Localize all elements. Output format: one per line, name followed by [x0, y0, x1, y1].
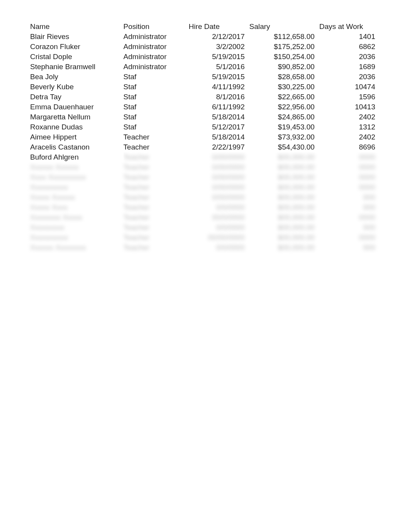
cell-name: Beverly Kube — [30, 82, 124, 92]
cell-salary: $19,453.00 — [249, 122, 319, 132]
cell-name: Xxxxxxxxx — [30, 223, 124, 233]
cell-name: Cristal Dople — [30, 52, 124, 62]
cell-position: Teacher — [124, 182, 189, 192]
cell-hiredate: 5/19/2015 — [189, 52, 249, 62]
cell-position: Teacher — [124, 162, 189, 172]
cell-position: Staf — [124, 92, 189, 102]
table-row: Beverly KubeStaf4/11/1992$30,225.0010474 — [30, 82, 380, 92]
cell-position: Teacher — [124, 233, 189, 243]
cell-position: Administrator — [124, 32, 189, 42]
cell-days: 1401 — [319, 32, 380, 42]
cell-salary: $00,000.00 — [249, 162, 319, 172]
cell-name: Aracelis Castanon — [30, 142, 124, 152]
cell-salary: $00,000.00 — [249, 172, 319, 182]
cell-position: Teacher — [124, 152, 189, 162]
cell-days: 1312 — [319, 122, 380, 132]
cell-salary: $00,000.00 — [249, 223, 319, 233]
cell-salary: $112,658.00 — [249, 32, 319, 42]
table-row: Aimee HippertTeacher5/18/2014$73,932.002… — [30, 132, 380, 142]
cell-hiredate: 5/19/2015 — [189, 72, 249, 82]
cell-name: Emma Dauenhauer — [30, 102, 124, 112]
cell-salary: $00,000.00 — [249, 202, 319, 212]
cell-days: 2036 — [319, 52, 380, 62]
cell-name: Blair Rieves — [30, 32, 124, 42]
table-row: Corazon FlukerAdministrator3/2/2002$175,… — [30, 42, 380, 52]
cell-hiredate: 0/00/0000 — [189, 162, 249, 172]
cell-position: Teacher — [124, 223, 189, 233]
table-row: Buford AhlgrenTeacher0/00/0000$00,000.00… — [30, 152, 380, 162]
cell-salary: $175,252.00 — [249, 42, 319, 52]
cell-hiredate: 0/00/0000 — [189, 182, 249, 192]
cell-position: Teacher — [124, 132, 189, 142]
table-row: Roxanne DudasStaf5/12/2017$19,453.001312 — [30, 122, 380, 132]
table-row: Emma DauenhauerStaf6/11/1992$22,956.0010… — [30, 102, 380, 112]
cell-position: Teacher — [124, 243, 189, 253]
cell-hiredate: 0/0/0000 — [189, 243, 249, 253]
header-salary: Salary — [249, 22, 319, 32]
cell-salary: $54,430.00 — [249, 142, 319, 152]
cell-position: Teacher — [124, 172, 189, 182]
cell-salary: $00,000.00 — [249, 152, 319, 162]
cell-name: Xxxx Xxxxxxxxxx — [30, 172, 124, 182]
cell-salary: $30,225.00 — [249, 82, 319, 92]
table-row-blurred: Xxxx XxxxxxxxxxTeacher0/00/0000$00,000.0… — [30, 172, 380, 182]
cell-name: Margaretta Nellum — [30, 112, 124, 122]
cell-salary: $00,000.00 — [249, 243, 319, 253]
cell-name: Xxxxxx Xxxxxxxx — [30, 243, 124, 253]
cell-hiredate: 3/2/2002 — [189, 42, 249, 52]
table-row: Cristal DopleAdministrator5/19/2015$150,… — [30, 52, 380, 62]
cell-hiredate: 0/0/0000 — [189, 223, 249, 233]
header-days: Days at Work — [319, 22, 380, 32]
cell-days: 0000 — [319, 172, 380, 182]
table-row-blurred: Xxxxx XxxxxxTeacher0/00/0000$00,000.0000… — [30, 192, 380, 202]
cell-name: Xxxxxx Xxxxxx — [30, 162, 124, 172]
cell-hiredate: 00/0/0000 — [189, 212, 249, 223]
cell-days: 2036 — [319, 72, 380, 82]
table-row-blurred: Xxxxxx XxxxxxxxTeacher0/0/0000$00,000.00… — [30, 243, 380, 253]
cell-name: Aimee Hippert — [30, 132, 124, 142]
cell-days: 1689 — [319, 62, 380, 72]
cell-position: Staf — [124, 112, 189, 122]
cell-name: Bea Joly — [30, 72, 124, 82]
cell-name: Buford Ahlgren — [30, 152, 124, 162]
cell-name: Xxxxxxxx Xxxxx — [30, 212, 124, 223]
cell-hiredate: 4/11/1992 — [189, 82, 249, 92]
cell-days: 0000 — [319, 152, 380, 162]
cell-days: 2402 — [319, 132, 380, 142]
cell-position: Teacher — [124, 192, 189, 202]
cell-days: 6862 — [319, 42, 380, 52]
cell-name: Xxxxx Xxxx — [30, 202, 124, 212]
cell-days: 000 — [319, 223, 380, 233]
cell-days: 2402 — [319, 112, 380, 122]
cell-name: Stephanie Bramwell — [30, 62, 124, 72]
table-row: Bea JolyStaf5/19/2015$28,658.002036 — [30, 72, 380, 82]
cell-position: Staf — [124, 122, 189, 132]
cell-salary: $24,865.00 — [249, 112, 319, 122]
cell-hiredate: 8/1/2016 — [189, 92, 249, 102]
cell-position: Administrator — [124, 52, 189, 62]
header-position: Position — [124, 22, 189, 32]
table-row-blurred: Xxxxxxxx XxxxxTeacher00/0/0000$00,000.00… — [30, 212, 380, 223]
cell-salary: $28,658.00 — [249, 72, 319, 82]
cell-name: Roxanne Dudas — [30, 122, 124, 132]
cell-position: Staf — [124, 72, 189, 82]
table-row-blurred: Xxxxxx XxxxxxTeacher0/00/0000$00,000.000… — [30, 162, 380, 172]
cell-days: 000 — [319, 243, 380, 253]
table-row: Stephanie BramwellAdministrator5/1/2016$… — [30, 62, 380, 72]
cell-hiredate: 0/00/0000 — [189, 192, 249, 202]
cell-days: 10474 — [319, 82, 380, 92]
cell-name: Corazon Fluker — [30, 42, 124, 52]
cell-position: Teacher — [124, 212, 189, 223]
cell-days: 0000 — [319, 162, 380, 172]
header-hiredate: Hire Date — [189, 22, 249, 32]
header-row: Name Position Hire Date Salary Days at W… — [30, 22, 380, 32]
cell-hiredate: 5/12/2017 — [189, 122, 249, 132]
table-row-blurred: XxxxxxxxxxTeacher0/00/0000$00,000.000000 — [30, 182, 380, 192]
cell-days: 000 — [319, 202, 380, 212]
table-row: Aracelis CastanonTeacher2/22/1997$54,430… — [30, 142, 380, 152]
cell-salary: $00,000.00 — [249, 192, 319, 202]
cell-hiredate: 0/00/0000 — [189, 152, 249, 162]
table-row-blurred: XxxxxxxxxxTeacher00/00/0000$00,000.00000… — [30, 233, 380, 243]
cell-name: Xxxxxxxxxx — [30, 233, 124, 243]
table-row-blurred: XxxxxxxxxTeacher0/0/0000$00,000.00000 — [30, 223, 380, 233]
